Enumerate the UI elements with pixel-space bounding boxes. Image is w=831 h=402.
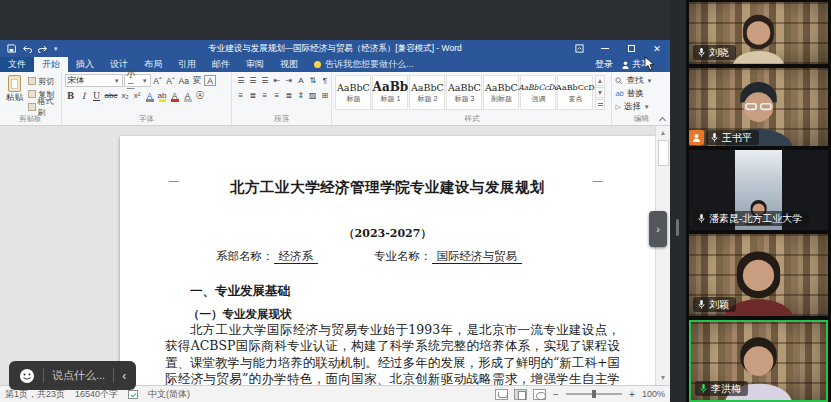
restore-button[interactable] (618, 40, 644, 57)
ribbon-display-options-button[interactable] (566, 40, 592, 57)
scroll-up-icon[interactable] (658, 128, 669, 138)
replace-icon: ab (615, 89, 623, 98)
font-color-button[interactable]: A (169, 89, 181, 102)
scroll-down-icon[interactable] (658, 373, 669, 383)
emoji-smiley-icon[interactable] (19, 368, 35, 384)
shrink-font-button[interactable]: Aˇ (165, 74, 177, 87)
show-marks-button[interactable]: ¶ (319, 74, 330, 87)
collapse-panel-button[interactable]: › (649, 211, 667, 247)
styles-gallery-scroll (595, 75, 605, 110)
grow-font-button[interactable]: Aˆ (152, 74, 164, 87)
font-size-combo[interactable]: 小二▼ (124, 74, 151, 87)
character-border-button[interactable]: A (204, 75, 216, 86)
borders-button[interactable]: ⊞ (319, 89, 330, 102)
align-right-button[interactable]: ≡ (259, 89, 270, 102)
scrollbar-thumb[interactable] (658, 140, 669, 166)
select-button[interactable]: ▷ 选择▼ (615, 101, 668, 112)
italic-button[interactable]: I (78, 89, 90, 102)
style-item[interactable]: AaBbC标题 3 (446, 75, 482, 110)
document-page[interactable]: — — 北方工业大学经济管理学院专业建设与发展规划 （2023-2027） 系部… (120, 136, 655, 385)
zoom-out-button[interactable]: − (552, 389, 560, 400)
vertical-scrollbar[interactable] (655, 126, 670, 385)
strikethrough-button[interactable]: abc (104, 89, 119, 102)
zoom-in-button[interactable]: + (628, 389, 636, 400)
decrease-indent-button[interactable]: ⇤ (271, 74, 282, 87)
style-item[interactable]: AaBbC副标题 (483, 75, 519, 110)
tell-me-box[interactable]: 告诉我您想要做什么... (306, 57, 422, 72)
paste-button[interactable]: 粘贴 (3, 74, 26, 114)
tab-insert[interactable]: 插入 (68, 57, 102, 72)
chat-input[interactable]: 说点什么... (52, 368, 105, 383)
distribute-button[interactable]: ≣ (283, 89, 294, 102)
tab-home[interactable]: 开始 (34, 57, 68, 72)
zoom-slider-thumb[interactable] (592, 390, 596, 398)
chat-bubble[interactable]: 说点什么... ‹ (9, 361, 136, 390)
phonetic-guide-button[interactable]: 変 (191, 74, 203, 87)
tab-references[interactable]: 引用 (170, 57, 204, 72)
justify-button[interactable]: ≡ (271, 89, 282, 102)
bullets-button[interactable]: ☰ (235, 74, 246, 87)
style-item[interactable]: AaBb标题 1 (372, 75, 408, 110)
increase-indent-button[interactable]: ⇥ (283, 74, 294, 87)
line-spacing-button[interactable]: ⇕ (295, 89, 306, 102)
chevron-left-icon[interactable]: ‹ (122, 369, 126, 383)
numbering-button[interactable]: ☰ (247, 74, 258, 87)
asian-layout-button[interactable]: A (295, 74, 306, 87)
word-titlebar[interactable]: ▾ 专业建设与发展规划—国际经济与贸易（经济系）[兼容模式] - Word ✕ (0, 40, 670, 57)
style-item[interactable]: AaBbC标题 2 (409, 75, 445, 110)
tab-review[interactable]: 审阅 (238, 57, 272, 72)
align-left-button[interactable]: ≡ (235, 89, 246, 102)
print-layout-button[interactable] (514, 389, 527, 400)
web-layout-button[interactable] (533, 389, 546, 400)
save-icon[interactable] (7, 44, 16, 53)
share-button[interactable]: 共享 (622, 58, 650, 71)
styles-scroll-down-icon[interactable] (595, 87, 605, 98)
style-item[interactable]: AaBbCcDc强调 (520, 75, 556, 110)
enclose-characters-button[interactable]: Ⓐ (195, 89, 206, 102)
qat-customize-icon[interactable]: ▾ (54, 45, 58, 53)
undo-icon[interactable] (22, 45, 32, 53)
tab-mailings[interactable]: 邮件 (204, 57, 238, 72)
participant-tile[interactable]: 潘素昆-北方工业大学 (689, 150, 828, 230)
find-button[interactable]: 查找▼ (615, 75, 668, 86)
text-effects-button[interactable]: A (144, 89, 156, 102)
shading-button[interactable]: ▨ (307, 89, 318, 102)
participant-tile[interactable]: 王书平 (689, 68, 828, 146)
participant-tile[interactable]: 刘颖 (689, 234, 828, 316)
font-family-combo[interactable]: 宋体▼ (65, 74, 123, 87)
bold-button[interactable]: B (65, 89, 77, 102)
character-shading-button[interactable]: A (182, 89, 194, 102)
styles-group-label: 样式 (332, 114, 611, 124)
style-item[interactable]: AaBbC标题 (335, 75, 371, 110)
redo-icon[interactable] (38, 45, 48, 53)
sign-in-button[interactable]: 登录 (595, 58, 613, 71)
tab-view[interactable]: 视图 (272, 57, 306, 72)
superscript-button[interactable]: x² (132, 89, 143, 102)
collapse-ribbon-icon[interactable] (658, 115, 667, 123)
participant-tile-active-speaker[interactable]: 李洪梅 (689, 320, 828, 402)
close-button[interactable]: ✕ (644, 40, 670, 57)
minimize-button[interactable] (592, 40, 618, 57)
participant-tile[interactable]: 刘晓 (689, 2, 828, 64)
change-case-button[interactable]: Aa (178, 74, 190, 87)
styles-scroll-up-icon[interactable] (595, 75, 605, 86)
highlight-color-button[interactable]: ab (157, 89, 168, 102)
sort-button[interactable]: ⇅ (307, 74, 318, 87)
format-painter-button[interactable]: 格式刷 (28, 102, 58, 112)
subscript-button[interactable]: x₂ (120, 89, 131, 102)
mic-active-icon (699, 383, 708, 394)
align-center-button[interactable]: ≣ (247, 89, 258, 102)
zoom-level[interactable]: 100% (642, 389, 665, 399)
proofing-icon[interactable] (128, 390, 138, 399)
read-mode-button[interactable] (495, 389, 508, 400)
panel-divider-grip[interactable] (676, 219, 679, 236)
language-indicator[interactable]: 中文(简体) (148, 388, 190, 401)
style-item[interactable]: AaBbCcD要点 (557, 75, 593, 110)
tab-file[interactable]: 文件 (0, 57, 34, 72)
cut-button[interactable]: 剪切 (28, 76, 58, 86)
replace-button[interactable]: ab 替换 (615, 88, 668, 99)
zoom-slider[interactable] (566, 393, 622, 395)
underline-button[interactable]: U (91, 89, 103, 102)
multilevel-list-button[interactable]: ☰ (259, 74, 270, 87)
styles-gallery-more-icon[interactable] (595, 99, 605, 110)
